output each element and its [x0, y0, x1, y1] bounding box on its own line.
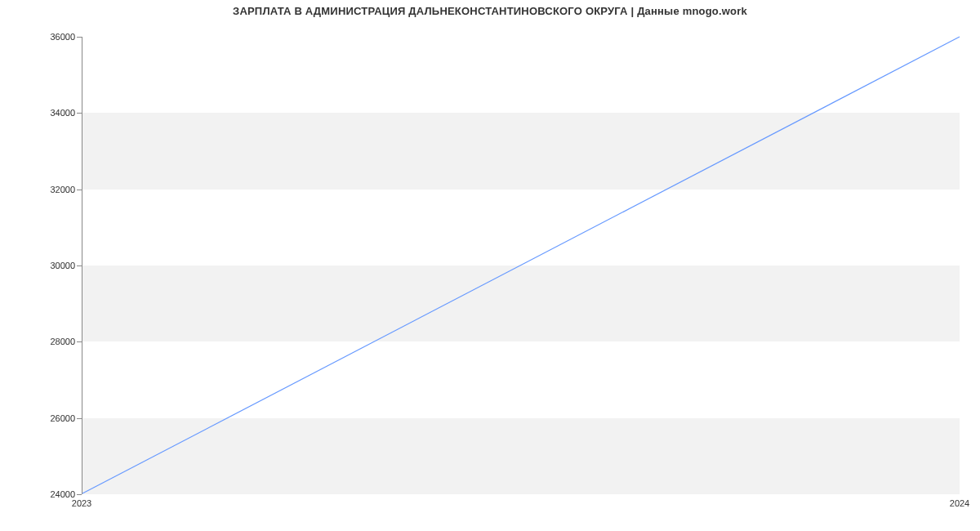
y-tick-label: 34000 [26, 108, 75, 118]
y-tick-label: 28000 [26, 337, 75, 346]
data-line [82, 37, 960, 493]
y-tick-mark [77, 494, 82, 495]
x-tick-label: 2024 [950, 498, 969, 508]
chart-title: ЗАРПЛАТА В АДМИНИСТРАЦИЯ ДАЛЬНЕКОНСТАНТИ… [0, 5, 980, 17]
y-tick-label: 30000 [26, 261, 75, 270]
y-tick-label: 32000 [26, 185, 75, 194]
y-tick-label: 26000 [26, 413, 75, 423]
x-tick-label: 2023 [72, 498, 91, 508]
chart-container: ЗАРПЛАТА В АДМИНИСТРАЦИЯ ДАЛЬНЕКОНСТАНТИ… [0, 0, 980, 531]
line-layer [82, 37, 960, 493]
y-tick-label: 24000 [26, 489, 75, 499]
y-tick-label: 36000 [26, 32, 75, 42]
plot-area [82, 37, 960, 494]
